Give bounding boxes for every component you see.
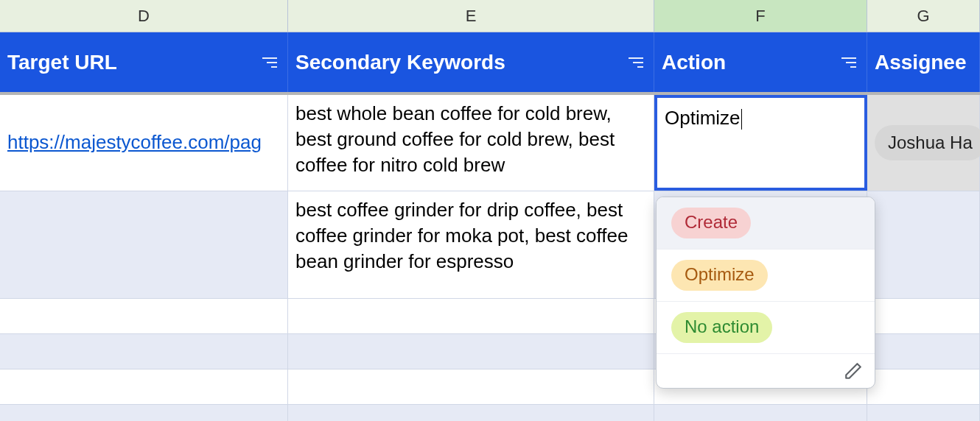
cell-secondary-keywords[interactable] [288, 299, 654, 333]
table-row [0, 405, 980, 421]
cell-assignee[interactable] [867, 191, 980, 298]
cell-assignee[interactable] [867, 405, 980, 421]
cell-secondary-keywords[interactable] [288, 369, 654, 404]
url-link[interactable]: https://majestycoffee.com/pag [7, 130, 262, 155]
cell-assignee[interactable] [867, 369, 980, 404]
dropdown-edit-row [657, 354, 875, 388]
cell-target-url[interactable] [0, 405, 288, 421]
cell-assignee[interactable]: Joshua Ha [867, 95, 980, 191]
table-row: https://majestycoffee.com/pag best whole… [0, 95, 980, 191]
cell-action-editing[interactable]: Optimize [654, 95, 867, 191]
dropdown-option-create[interactable]: Create [657, 197, 875, 250]
header-row: Target URL Secondary Keywords Action Ass… [0, 32, 980, 95]
header-label: Action [662, 51, 726, 74]
cell-secondary-keywords[interactable] [288, 405, 654, 421]
cell-assignee[interactable] [867, 334, 980, 369]
column-letter-d[interactable]: D [0, 0, 288, 32]
cell-secondary-keywords[interactable]: best coffee grinder for drip coffee, bes… [288, 191, 654, 298]
cell-target-url[interactable] [0, 369, 288, 404]
cell-target-url[interactable]: https://majestycoffee.com/pag [0, 95, 288, 191]
cell-target-url[interactable] [0, 334, 288, 369]
dropdown-option-no-action[interactable]: No action [657, 302, 875, 354]
column-letter-row: D E F G [0, 0, 980, 32]
header-action[interactable]: Action [654, 32, 867, 92]
cell-action-value: Optimize [665, 105, 741, 131]
cell-secondary-keywords[interactable] [288, 334, 654, 369]
option-pill: Create [671, 208, 751, 238]
cell-secondary-keywords[interactable]: best whole bean coffee for cold brew, be… [288, 95, 654, 191]
filter-icon[interactable] [261, 54, 277, 71]
column-letter-f[interactable]: F [654, 0, 867, 32]
header-assignee[interactable]: Assignee [867, 32, 980, 92]
cell-action[interactable] [654, 405, 867, 421]
text-caret [741, 105, 742, 131]
filter-icon[interactable] [840, 54, 856, 71]
assignee-chip[interactable]: Joshua Ha [875, 125, 980, 160]
option-pill: No action [671, 312, 772, 343]
header-target-url[interactable]: Target URL [0, 32, 288, 92]
header-label: Target URL [7, 51, 117, 74]
pencil-icon[interactable] [844, 361, 863, 381]
dropdown-option-optimize[interactable]: Optimize [657, 250, 875, 302]
cell-assignee[interactable] [867, 299, 980, 333]
cell-target-url[interactable] [0, 191, 288, 298]
header-label: Secondary Keywords [295, 51, 505, 74]
cell-target-url[interactable] [0, 299, 288, 333]
header-label: Assignee [875, 51, 967, 74]
column-letter-e[interactable]: E [288, 0, 654, 32]
column-letter-g[interactable]: G [867, 0, 980, 32]
header-secondary-keywords[interactable]: Secondary Keywords [288, 32, 654, 92]
filter-icon[interactable] [627, 54, 643, 71]
action-dropdown[interactable]: Create Optimize No action [656, 197, 875, 389]
option-pill: Optimize [671, 260, 768, 291]
